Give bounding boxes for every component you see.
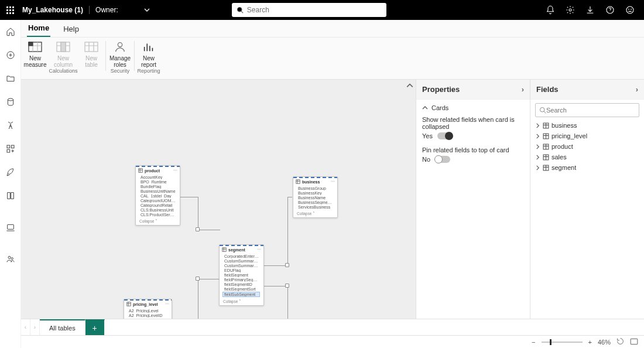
cards-section-header[interactable]: Cards	[422, 104, 524, 111]
table-field[interactable]: CLS:BusinessUnit	[141, 208, 176, 212]
nav-workspace-icon[interactable]	[6, 223, 15, 234]
collapse-properties-icon[interactable]: ›	[522, 85, 524, 94]
toggle-pin-related[interactable]	[435, 156, 450, 163]
nav-deploy-icon[interactable]	[6, 168, 15, 179]
tab-scroll-left[interactable]: ‹	[21, 319, 30, 335]
svg-point-2	[569, 9, 571, 11]
table-field[interactable]: CLS:ProductServiceIndicatorServices	[141, 213, 176, 217]
table-card-business[interactable]: business⋯ BusinessGroupBusinessKeyBusine…	[293, 176, 338, 218]
fit-to-screen-icon[interactable]	[630, 338, 638, 346]
table-icon	[222, 247, 227, 252]
table-field[interactable]: CAL_1stdel_Day	[141, 194, 176, 198]
table-field[interactable]: CategroundRetail	[141, 203, 176, 207]
fields-table-item[interactable]: pricing_level	[535, 131, 639, 141]
svg-line-1	[241, 11, 243, 13]
manage-roles-button[interactable]: Manage roles	[106, 37, 134, 68]
collapse-fields-icon[interactable]: ›	[636, 85, 638, 94]
toggle-show-related[interactable]	[437, 132, 453, 139]
svg-rect-10	[11, 145, 14, 148]
table-field[interactable]: ServicesBusiness	[298, 205, 334, 209]
layout-tab-all-tables[interactable]: All tables	[40, 319, 85, 335]
search-icon	[539, 107, 546, 114]
table-field[interactable]: A2_PricingLevelID	[129, 313, 168, 318]
notifications-icon[interactable]	[546, 5, 555, 15]
new-measure-button[interactable]: New measure	[21, 37, 49, 68]
nav-browse-icon[interactable]	[6, 74, 15, 86]
table-field[interactable]: fieldSegmentSort	[224, 287, 260, 291]
nav-workspaces-icon[interactable]	[6, 254, 15, 266]
table-field[interactable]: BusinessSegmentName	[298, 200, 334, 204]
svg-line-27	[544, 111, 546, 113]
zoom-slider[interactable]	[542, 342, 583, 343]
table-card-segment[interactable]: segment⋯ CorporatedEnterpriseFlagCustomS…	[219, 244, 264, 306]
table-icon	[138, 168, 143, 173]
nav-apps-icon[interactable]	[6, 144, 15, 156]
add-layout-tab[interactable]: +	[85, 319, 105, 335]
fields-table-item[interactable]: business	[535, 121, 639, 130]
expand-ribbon-icon[interactable]	[406, 81, 413, 91]
owner-dropdown[interactable]	[142, 5, 152, 15]
card-menu-icon[interactable]: ⋯	[165, 302, 169, 306]
ribbon-group-reporting: Reporting	[135, 68, 163, 74]
new-report-button[interactable]: New report	[135, 37, 163, 68]
svg-point-8	[8, 98, 13, 101]
table-card-pricing-level[interactable]: pricing_level⋯ A2_PricingLevelA2_Pricing…	[124, 299, 172, 319]
svg-rect-11	[7, 149, 10, 152]
nav-home-icon[interactable]	[6, 27, 15, 39]
global-search[interactable]	[232, 3, 386, 17]
app-launcher-icon[interactable]	[0, 0, 20, 20]
table-icon	[543, 165, 549, 171]
fields-table-item[interactable]: product	[535, 142, 639, 151]
settings-icon[interactable]	[566, 5, 575, 15]
properties-title: Properties	[422, 85, 460, 94]
global-search-input[interactable]	[247, 6, 382, 14]
fields-table-item[interactable]: sales	[535, 152, 639, 162]
table-field[interactable]: fieldSegmentID	[224, 282, 260, 286]
nav-metrics-icon[interactable]	[6, 121, 15, 132]
help-icon[interactable]	[605, 5, 615, 15]
table-field[interactable]: BusinessGroup	[298, 186, 334, 190]
svg-rect-22	[296, 180, 300, 183]
table-field[interactable]: BusinessKey	[298, 191, 334, 195]
table-field[interactable]: AccountKey	[141, 175, 176, 179]
opt-show-related-label: Show related fields when card is collaps…	[422, 116, 524, 130]
table-field[interactable]: CorporatedEnterpriseFlag	[224, 254, 260, 258]
nav-data-icon[interactable]	[6, 97, 15, 109]
table-field[interactable]: EDUFlag	[224, 268, 260, 272]
svg-point-13	[8, 256, 11, 258]
feedback-icon[interactable]	[625, 5, 635, 15]
zoom-in-button[interactable]: +	[588, 339, 592, 346]
tab-scroll-right[interactable]: ›	[30, 319, 40, 335]
opt-pin-related-label: Pin related fields to top of card	[422, 146, 524, 153]
card-menu-icon[interactable]: ⋯	[257, 247, 261, 252]
table-field[interactable]: CalegroundUOMFieId	[141, 199, 176, 203]
table-field[interactable]: BPO_Runtime	[141, 180, 176, 184]
tab-help[interactable]: Help	[62, 21, 80, 37]
table-field[interactable]: fieldSubSegment	[222, 292, 260, 297]
fields-search-input[interactable]	[546, 107, 635, 114]
card-menu-icon[interactable]: ⋯	[331, 179, 335, 184]
table-field[interactable]: fieldSegment	[224, 273, 260, 277]
table-field[interactable]: BusinessName	[298, 196, 334, 200]
zoom-out-button[interactable]: −	[532, 339, 535, 346]
table-field[interactable]: BundleFlag	[141, 185, 176, 189]
nav-create-icon[interactable]	[6, 50, 15, 62]
reset-zoom-icon[interactable]	[616, 337, 624, 346]
table-field[interactable]: A2_PricingLevel	[129, 309, 168, 313]
table-field[interactable]: fieldPrimarySegment	[224, 278, 260, 282]
card-menu-icon[interactable]: ⋯	[173, 168, 177, 173]
nav-learn-icon[interactable]	[6, 191, 15, 203]
table-field[interactable]: BrevFlag	[129, 318, 168, 319]
fields-search[interactable]	[535, 103, 639, 117]
model-canvas[interactable]: product⋯ AccountKeyBPO_RuntimeBundleFlag…	[21, 80, 416, 319]
table-card-product[interactable]: product⋯ AccountKeyBPO_RuntimeBundleFlag…	[135, 165, 180, 226]
svg-rect-18	[61, 42, 66, 52]
tab-home[interactable]: Home	[27, 20, 50, 37]
fields-table-item[interactable]: segment	[535, 163, 639, 172]
table-field[interactable]: CustomSummarySegment	[224, 264, 260, 268]
download-icon[interactable]	[585, 5, 595, 15]
file-title: My_Lakehouse (1)	[22, 6, 83, 14]
ribbon-group-calculations: Calculations	[21, 68, 105, 74]
table-field[interactable]: BusinessUnitName	[141, 189, 176, 193]
table-field[interactable]: CustomSummarySector	[224, 259, 260, 263]
